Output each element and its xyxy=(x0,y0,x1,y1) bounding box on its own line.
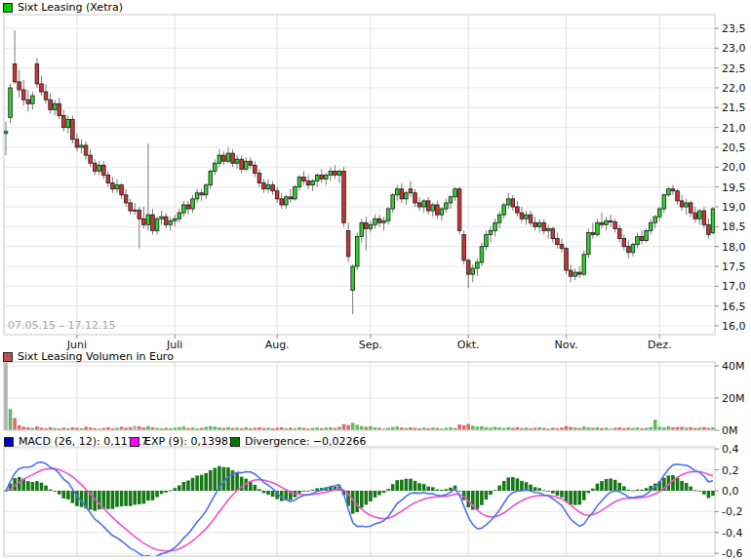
candle-body xyxy=(698,211,702,219)
volume-bar xyxy=(600,428,604,430)
volume-bar xyxy=(249,428,253,430)
volume-bar xyxy=(617,427,621,429)
divergence-bar xyxy=(702,491,706,495)
candle-body xyxy=(454,189,457,197)
candle-body xyxy=(306,181,310,185)
candle-body xyxy=(355,237,359,267)
macd-axis-labels: 0,40,20,0-0,2-0,4-0,6 xyxy=(715,443,742,560)
candle-body xyxy=(75,140,79,147)
volume-bar xyxy=(591,428,595,430)
volume-bar xyxy=(587,427,591,429)
candle-body xyxy=(106,175,110,182)
divergence-bar xyxy=(591,489,595,491)
candle-body xyxy=(337,171,341,175)
volume-axis-labels: 40M20M0M xyxy=(715,360,745,437)
volume-bar xyxy=(178,427,181,430)
candle-body xyxy=(284,197,288,205)
candle-body xyxy=(542,222,546,230)
volume-bar xyxy=(35,426,39,429)
volume-bar xyxy=(320,428,324,430)
volume-bar xyxy=(525,427,529,429)
candle-body xyxy=(61,115,65,127)
candle-body xyxy=(351,266,355,290)
volume-bar xyxy=(435,428,439,430)
divergence-bar xyxy=(534,487,537,491)
candles xyxy=(4,30,715,314)
volume-bar xyxy=(662,427,666,429)
axis-tick-label: Nov. xyxy=(554,339,577,351)
candle-body xyxy=(431,205,435,211)
volume-bar xyxy=(631,428,635,430)
divergence-bar xyxy=(631,491,635,492)
volume-bar xyxy=(209,426,213,430)
axis-tick-label: 21,0 xyxy=(722,122,746,135)
divergence-bar xyxy=(200,475,204,491)
divergence-bar xyxy=(98,491,101,509)
volume-bar xyxy=(489,427,493,429)
volume-bar xyxy=(596,427,600,430)
volume-bar xyxy=(40,427,44,429)
divergence-bar xyxy=(124,491,128,506)
volume-bar xyxy=(98,428,101,429)
divergence-bar xyxy=(297,491,301,494)
divergence-bar xyxy=(164,491,168,493)
divergence-bar xyxy=(44,486,48,491)
volume-bar xyxy=(315,427,319,429)
candle-body xyxy=(257,173,261,182)
divergence-bar xyxy=(129,491,133,506)
candle-body xyxy=(582,255,586,274)
divergence-bar xyxy=(435,490,439,491)
candle-body xyxy=(71,120,75,140)
candle-body xyxy=(266,185,270,189)
candle-body xyxy=(195,193,199,199)
volume-bar xyxy=(44,428,48,429)
volume-bar xyxy=(671,427,675,430)
axis-tick-label: 19,0 xyxy=(722,201,746,214)
candle-body xyxy=(35,64,39,84)
axis-tick-label: Sep. xyxy=(359,339,382,351)
candle-body xyxy=(325,175,329,179)
volume-bar xyxy=(693,428,697,430)
divergence-bar xyxy=(49,490,53,491)
candle-body xyxy=(689,203,692,213)
volume-bar xyxy=(297,427,301,430)
candle-body xyxy=(435,205,439,215)
divergence-bar xyxy=(511,477,515,491)
candle-body xyxy=(497,215,501,222)
exp-value-label: EXP (9): 0,13983 xyxy=(144,435,235,448)
volume-bar xyxy=(342,424,346,430)
volume-bar xyxy=(222,428,226,430)
volume-chart-header: Sixt Leasing Volumen in Euro xyxy=(3,350,174,363)
divergence-bar xyxy=(560,491,564,498)
panel-borders xyxy=(4,15,715,556)
axis-tick-label: Dez. xyxy=(648,339,672,351)
candle-body xyxy=(600,222,604,224)
volume-bar xyxy=(667,426,671,429)
divergence-bar xyxy=(577,491,581,504)
candle-body xyxy=(244,161,248,169)
volume-bar xyxy=(440,428,444,429)
volume-bar xyxy=(133,425,137,429)
volume-bar xyxy=(391,427,395,430)
divergence-bar xyxy=(627,490,631,491)
volume-bar xyxy=(334,428,337,430)
divergence-bar xyxy=(178,485,181,491)
candle-body xyxy=(560,245,564,249)
divergence-bar xyxy=(693,490,697,491)
divergence-bar xyxy=(61,491,65,499)
volume-bar xyxy=(454,428,457,430)
volume-bar xyxy=(294,428,297,429)
volume-bar xyxy=(75,428,79,430)
candle-body xyxy=(546,228,550,230)
volume-bar xyxy=(244,427,248,429)
volume-bar xyxy=(556,428,560,430)
candle-body xyxy=(631,245,635,253)
candle-body xyxy=(405,193,409,199)
volume-bar xyxy=(124,427,128,429)
divergence-bar xyxy=(31,482,35,491)
candle-body xyxy=(53,103,57,109)
volume-bar xyxy=(405,428,409,430)
candle-body xyxy=(315,175,319,180)
volume-bar xyxy=(520,428,524,430)
candle-body xyxy=(657,209,661,217)
